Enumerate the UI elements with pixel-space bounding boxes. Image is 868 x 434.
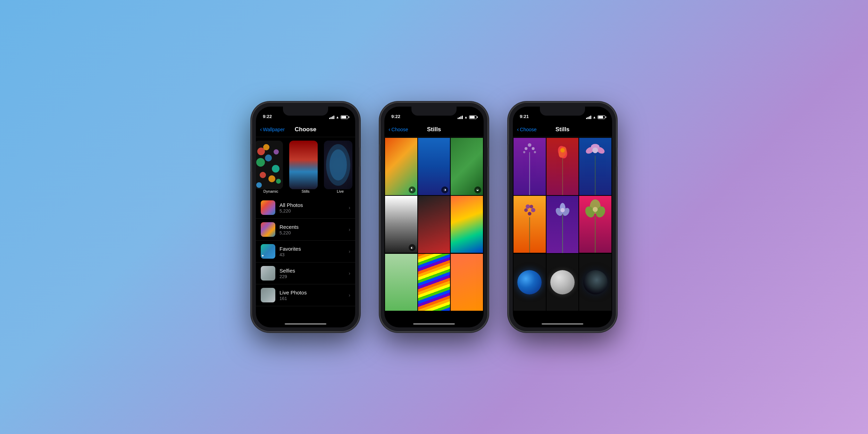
battery-icon-phone3 xyxy=(598,115,605,119)
svg-point-1 xyxy=(329,149,347,181)
vol-down-button[interactable] xyxy=(251,160,252,172)
stills-badge-1: ◐ xyxy=(409,186,416,193)
selfies-count: 229 xyxy=(279,274,344,279)
back-button-phone3[interactable]: ‹ Choose xyxy=(517,126,537,133)
bubble xyxy=(276,179,281,184)
list-item-selfies[interactable]: Selfies 229 › xyxy=(256,262,355,284)
signal-icon xyxy=(329,116,334,119)
flower-wallpaper-grid xyxy=(513,137,612,311)
chevron-right-icon: › xyxy=(349,205,350,210)
flower-cell-6[interactable] xyxy=(579,196,611,253)
flower-cell-1[interactable] xyxy=(514,138,546,195)
stills-cell-6[interactable] xyxy=(451,196,483,253)
wifi-icon-phone3: ▲ xyxy=(593,115,596,119)
dynamic-thumb xyxy=(256,141,283,189)
bubble xyxy=(272,165,279,173)
wifi-icon-phone2: ▲ xyxy=(464,115,468,119)
live-thumb xyxy=(324,141,352,189)
svg-point-18 xyxy=(524,208,528,212)
bubble xyxy=(260,172,266,178)
svg-point-21 xyxy=(531,208,535,212)
orb-cell-space[interactable] xyxy=(579,254,611,311)
stills-cell-5[interactable] xyxy=(418,196,450,253)
stills-wallpaper-grid: ◐ ◑ ◒ ◐ xyxy=(384,137,484,311)
back-button-phone2[interactable]: ‹ Choose xyxy=(389,126,408,133)
allphotos-name: All Photos xyxy=(279,202,344,208)
list-item-allphotos[interactable]: All Photos 5,220 › xyxy=(256,197,355,219)
phone1-screen: 9:22 ▲ ‹ Wallpaper Choose xyxy=(256,107,355,327)
stills-cell-3[interactable]: ◒ xyxy=(451,138,483,195)
power-button-phone2[interactable] xyxy=(487,148,489,167)
vol-down-button-phone3[interactable] xyxy=(508,160,509,172)
livephotos-count: 161 xyxy=(279,296,344,301)
phone-1: 9:22 ▲ ‹ Wallpaper Choose xyxy=(252,102,359,332)
selfies-info: Selfies 229 xyxy=(279,268,344,279)
back-button-phone1[interactable]: ‹ Wallpaper xyxy=(260,126,285,133)
stills-cell-8[interactable] xyxy=(418,254,450,311)
dynamic-preview[interactable]: Dynamic xyxy=(256,141,287,193)
stills-cell-7[interactable] xyxy=(385,254,417,311)
phone3-screen: 9:21 ▲ ‹ Choose Stills xyxy=(513,107,612,327)
stills-cell-4[interactable]: ◐ xyxy=(385,196,417,253)
list-item-favorites[interactable]: ♥ Favorites 43 › xyxy=(256,241,355,262)
list-item-livephotos[interactable]: Live Photos 161 › xyxy=(256,284,355,306)
flower-svg-2 xyxy=(546,138,579,195)
flower-cell-4[interactable] xyxy=(514,196,546,253)
time-phone2: 9:22 xyxy=(391,114,400,119)
vol-up-button-phone2[interactable] xyxy=(379,144,381,156)
flower-cell-3[interactable] xyxy=(579,138,611,195)
stills-cell-1[interactable]: ◐ xyxy=(385,138,417,195)
recents-name: Recents xyxy=(279,224,344,230)
orb-cell-earth[interactable] xyxy=(514,254,546,311)
chevron-right-icon: › xyxy=(349,249,350,254)
heart-icon: ♥ xyxy=(262,254,264,258)
signal-icon-phone3 xyxy=(586,116,591,119)
status-icons-phone2: ▲ xyxy=(458,115,477,119)
vol-up-button-phone3[interactable] xyxy=(508,144,509,156)
live-wave-svg xyxy=(324,141,352,189)
favorites-count: 43 xyxy=(279,252,344,257)
back-label-phone3: Choose xyxy=(520,127,536,132)
power-button-phone3[interactable] xyxy=(616,148,617,167)
live-preview[interactable]: Live xyxy=(324,141,355,193)
orb-cell-moon[interactable] xyxy=(546,254,579,311)
stills-preview[interactable]: Stills xyxy=(289,141,322,193)
battery-icon xyxy=(341,115,348,119)
bubble xyxy=(263,144,269,150)
bubble xyxy=(265,155,272,161)
power-button[interactable] xyxy=(359,148,360,167)
svg-point-7 xyxy=(534,151,536,153)
vol-up-button[interactable] xyxy=(251,144,252,156)
vol-down-button-phone2[interactable] xyxy=(379,160,381,172)
phone-2: 9:22 ▲ ‹ Choose Stills xyxy=(380,102,488,332)
bubble xyxy=(268,175,275,182)
stills-label: Stills xyxy=(289,189,322,193)
chevron-right-icon: › xyxy=(349,270,350,276)
flower-cell-2[interactable] xyxy=(546,138,579,195)
nav-bar-phone2: ‹ Choose Stills xyxy=(384,122,484,137)
nav-bar-phone3: ‹ Choose Stills xyxy=(513,122,612,137)
time-phone3: 9:21 xyxy=(520,114,529,119)
selfies-thumb xyxy=(261,266,275,281)
list-item-recents[interactable]: Recents 5,220 › xyxy=(256,219,355,241)
screen-content-phone1: Dynamic Stills xyxy=(256,137,355,327)
wallpaper-preview-row: Dynamic Stills xyxy=(256,137,355,197)
stills-badge-3: ◒ xyxy=(474,186,481,193)
svg-point-27 xyxy=(560,208,565,212)
screen-content-phone2: ◐ ◑ ◒ ◐ xyxy=(384,137,484,327)
livephotos-thumb xyxy=(261,288,275,302)
stills-cell-9[interactable] xyxy=(451,254,483,311)
home-indicator-phone2 xyxy=(413,323,455,325)
stills-cell-2[interactable]: ◑ xyxy=(418,138,450,195)
nav-bar-phone1: ‹ Wallpaper Choose xyxy=(256,122,355,137)
screen-content-phone3 xyxy=(513,137,612,327)
notch-phone2 xyxy=(411,107,457,116)
moon-orb xyxy=(550,270,575,294)
bubble xyxy=(256,182,262,188)
home-indicator-phone1 xyxy=(285,323,326,325)
back-label-phone2: Choose xyxy=(391,127,408,132)
bubble xyxy=(256,158,265,167)
wifi-icon: ▲ xyxy=(336,115,339,119)
flower-cell-5[interactable] xyxy=(546,196,579,253)
back-label-phone1: Wallpaper xyxy=(263,127,285,132)
